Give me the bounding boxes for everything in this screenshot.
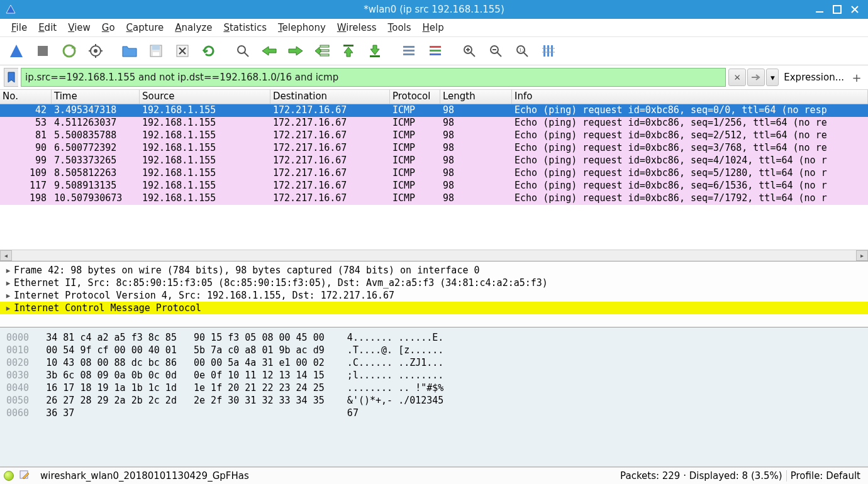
svg-rect-19: [343, 45, 353, 47]
go-forward-button[interactable]: [283, 40, 308, 62]
expert-info-icon[interactable]: [4, 471, 14, 481]
menu-edit[interactable]: Edit: [33, 20, 62, 35]
packet-row[interactable]: 19810.507930673192.168.1.155172.217.16.6…: [0, 192, 868, 205]
packet-list-body[interactable]: 423.495347318192.168.1.155172.217.16.67I…: [0, 104, 868, 250]
apply-filter-button[interactable]: [747, 69, 765, 86]
column-header[interactable]: Length: [440, 90, 512, 104]
detail-row[interactable]: ▶Internet Protocol Version 4, Src: 192.1…: [0, 289, 868, 302]
packet-list-header[interactable]: No.TimeSourceDestinationProtocolLengthIn…: [0, 90, 868, 104]
menu-tools[interactable]: Tools: [383, 20, 416, 35]
open-file-button[interactable]: [117, 40, 142, 62]
hex-row[interactable]: 0040 16 17 18 19 1a 1b 1c 1d 1e 1f 20 21…: [6, 382, 862, 394]
expression-button[interactable]: Expression...: [780, 72, 848, 83]
clear-filter-button[interactable]: ✕: [728, 69, 746, 86]
colorize-button[interactable]: [423, 40, 448, 62]
edit-capture-comment-icon[interactable]: [19, 469, 30, 483]
detail-row[interactable]: ▶Internet Control Message Protocol: [0, 302, 868, 314]
svg-rect-39: [551, 45, 553, 57]
goto-last-packet-button[interactable]: [362, 40, 387, 62]
zoom-reset-button[interactable]: 1:1: [509, 40, 535, 62]
hex-row[interactable]: 0030 3b 6c 08 09 0a 0b 0c 0d 0e 0f 10 11…: [6, 369, 862, 382]
close-file-button[interactable]: [170, 40, 195, 62]
maximize-button[interactable]: [833, 5, 842, 14]
menu-bar: FileEditViewGoCaptureAnalyzeStatisticsTe…: [0, 19, 868, 37]
menu-help[interactable]: Help: [418, 20, 449, 35]
svg-rect-26: [430, 53, 441, 55]
svg-rect-16: [320, 45, 329, 47]
packet-row[interactable]: 1179.508913135192.168.1.155172.217.16.67…: [0, 180, 868, 192]
svg-rect-12: [153, 52, 159, 56]
reload-button[interactable]: [196, 40, 221, 62]
display-filter-bar: ✕ ▾ Expression... +: [0, 65, 868, 90]
go-back-button[interactable]: [257, 40, 282, 62]
auto-scroll-button[interactable]: [396, 40, 421, 62]
bookmark-icon[interactable]: [4, 68, 18, 87]
scroll-right-icon[interactable]: ▸: [856, 250, 868, 261]
menu-file[interactable]: File: [6, 20, 32, 35]
display-filter-input[interactable]: [21, 68, 726, 87]
find-packet-button[interactable]: [230, 40, 255, 62]
close-button[interactable]: [850, 5, 859, 14]
svg-line-28: [470, 52, 475, 57]
expand-icon[interactable]: ▶: [3, 279, 14, 287]
packet-row[interactable]: 423.495347318192.168.1.155172.217.16.67I…: [0, 104, 868, 117]
svg-line-32: [497, 52, 501, 57]
filter-history-dropdown[interactable]: ▾: [766, 69, 779, 86]
svg-point-5: [94, 49, 97, 53]
zoom-out-button[interactable]: [483, 40, 508, 62]
hex-row[interactable]: 0020 10 43 08 00 88 dc bc 86 00 00 5a 4a…: [6, 356, 862, 369]
packet-row[interactable]: 997.503373265192.168.1.155172.217.16.67I…: [0, 155, 868, 167]
menu-wireless[interactable]: Wireless: [332, 20, 382, 35]
packet-row[interactable]: 1098.505812263192.168.1.155172.217.16.67…: [0, 167, 868, 180]
svg-line-15: [244, 52, 248, 57]
packet-row[interactable]: 906.500772392192.168.1.155172.217.16.67I…: [0, 142, 868, 155]
expand-icon[interactable]: ▶: [3, 267, 14, 275]
stop-capture-button[interactable]: [30, 40, 55, 62]
expand-icon[interactable]: ▶: [3, 292, 14, 300]
hex-row[interactable]: 0050 26 27 28 29 2a 2b 2c 2d 2e 2f 30 31…: [6, 394, 862, 407]
profile-label[interactable]: Profile: Default: [791, 470, 864, 481]
save-file-button[interactable]: [143, 40, 169, 62]
svg-rect-0: [816, 11, 823, 13]
packet-bytes-pane[interactable]: 0000 34 81 c4 a2 a5 f3 8c 85 90 15 f3 05…: [0, 327, 868, 467]
detail-row[interactable]: ▶Ethernet II, Src: 8c:85:90:15:f3:05 (8c…: [0, 277, 868, 289]
hex-row[interactable]: 0000 34 81 c4 a2 a5 f3 8c 85 90 15 f3 05…: [6, 331, 862, 344]
restart-capture-button[interactable]: [57, 40, 82, 62]
svg-rect-2: [38, 46, 48, 56]
add-filter-button[interactable]: +: [849, 71, 864, 84]
packet-row[interactable]: 534.511263037192.168.1.155172.217.16.67I…: [0, 117, 868, 129]
menu-statistics[interactable]: Statistics: [218, 20, 272, 35]
svg-rect-1: [833, 6, 841, 13]
packet-details-pane[interactable]: ▶Frame 42: 98 bytes on wire (784 bits), …: [0, 261, 868, 327]
column-header[interactable]: Time: [52, 90, 140, 104]
column-header[interactable]: Info: [512, 90, 868, 104]
detail-row[interactable]: ▶Frame 42: 98 bytes on wire (784 bits), …: [0, 264, 868, 277]
svg-rect-24: [430, 46, 441, 48]
scroll-left-icon[interactable]: ◂: [0, 250, 12, 261]
goto-first-packet-button[interactable]: [336, 40, 361, 62]
expand-icon[interactable]: ▶: [3, 304, 14, 312]
menu-capture[interactable]: Capture: [121, 20, 169, 35]
packet-list-scrollbar[interactable]: ◂ ▸: [0, 250, 868, 261]
capture-options-button[interactable]: [83, 40, 108, 62]
minimize-button[interactable]: [815, 5, 824, 14]
column-header[interactable]: Protocol: [390, 90, 440, 104]
menu-telephony[interactable]: Telephony: [273, 20, 331, 35]
shark-fin-icon[interactable]: [4, 40, 29, 62]
goto-packet-button[interactable]: [309, 40, 335, 62]
column-header[interactable]: Destination: [270, 90, 390, 104]
svg-rect-18: [320, 54, 329, 56]
hex-row[interactable]: 0060 36 37 67: [6, 407, 862, 419]
menu-view[interactable]: View: [63, 20, 96, 35]
menu-go[interactable]: Go: [97, 20, 120, 35]
packet-row[interactable]: 815.500835788192.168.1.155172.217.16.67I…: [0, 129, 868, 142]
column-header[interactable]: No.: [0, 90, 52, 104]
column-header[interactable]: Source: [140, 90, 270, 104]
svg-rect-20: [370, 55, 380, 57]
resize-columns-button[interactable]: [536, 40, 561, 62]
svg-rect-21: [403, 46, 415, 48]
zoom-in-button[interactable]: [457, 40, 482, 62]
hex-row[interactable]: 0010 00 54 9f cf 00 00 40 01 5b 7a c0 a8…: [6, 344, 862, 356]
menu-analyze[interactable]: Analyze: [170, 20, 217, 35]
packet-count-label: Packets: 229 · Displayed: 8 (3.5%): [620, 470, 782, 481]
